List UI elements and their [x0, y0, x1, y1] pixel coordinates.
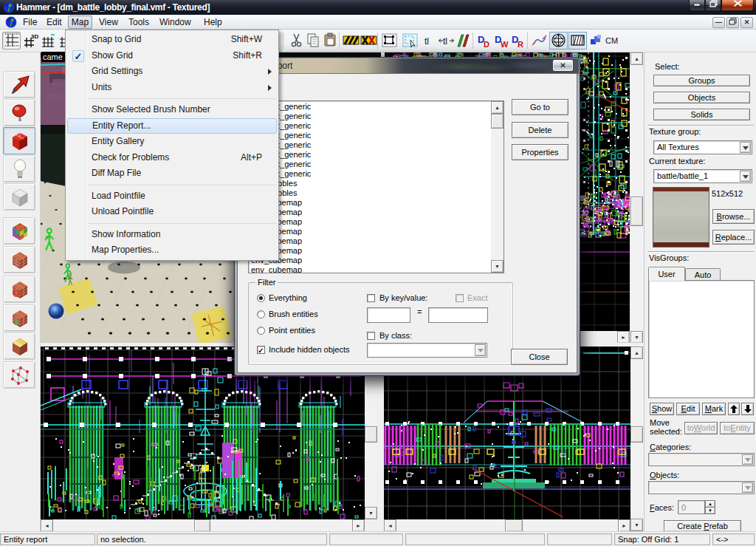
svg-text:W: W: [501, 40, 509, 49]
svg-text:tl: tl: [443, 36, 447, 47]
svg-text:R: R: [518, 40, 523, 49]
svg-text:D: D: [484, 40, 489, 49]
svg-text:CM: CM: [605, 36, 618, 45]
svg-text:tl: tl: [425, 36, 429, 47]
svg-text:3D: 3D: [31, 33, 38, 40]
